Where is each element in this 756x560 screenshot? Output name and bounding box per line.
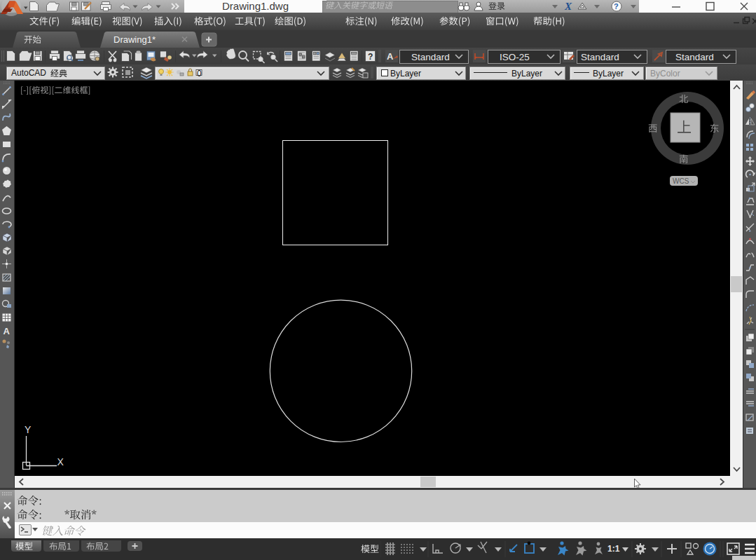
svg-text:?: ? xyxy=(614,2,619,11)
svg-text:X: X xyxy=(564,1,572,12)
svg-text:A: A xyxy=(4,326,11,336)
svg-text:X: X xyxy=(57,456,64,467)
svg-text:A: A xyxy=(387,51,394,62)
svg-text:?: ? xyxy=(368,52,373,62)
svg-text:Y: Y xyxy=(25,424,32,435)
